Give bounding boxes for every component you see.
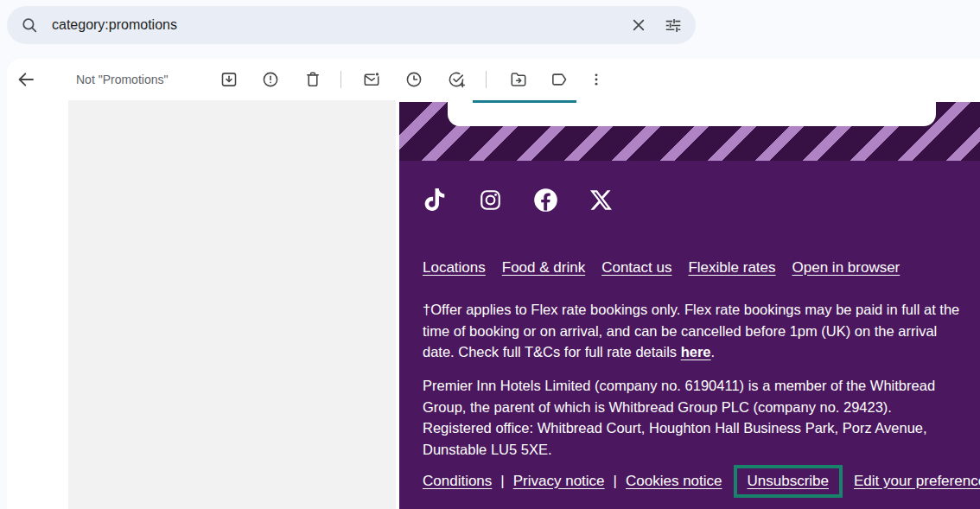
email-toolbar: Not "Promotions" [7,59,980,100]
flexible-rates-link[interactable]: Flexible rates [688,259,775,277]
back-button[interactable] [9,62,43,97]
offer-terms-suffix: . [711,344,716,359]
search-options-button[interactable] [656,8,690,42]
toolbar-title: Not "Promotions" [76,59,168,100]
edit-preferences-link[interactable]: Edit your preferences [854,473,980,490]
email-footer-links: Conditions | Privacy notice | Cookies no… [423,463,980,499]
trash-icon [303,70,322,89]
cta-button-underline [473,100,576,103]
delete-button[interactable] [296,62,330,97]
mark-unread-icon [362,70,381,89]
locations-link[interactable]: Locations [423,259,486,277]
unsubscribe-link[interactable]: Unsubscribe [748,473,830,490]
open-in-browser-link[interactable]: Open in browser [792,259,900,277]
search-button[interactable] [12,8,47,42]
search-icon [20,16,39,35]
report-spam-icon [261,70,280,89]
toolbar-divider [340,71,341,88]
social-links-row [422,187,614,213]
x-twitter-link[interactable] [588,187,614,213]
annotation-highlight-box: Unsubscribe [734,465,843,498]
report-spam-button[interactable] [253,62,288,97]
tiktok-link[interactable] [422,187,448,213]
email-body-card-bottom [448,100,936,126]
clock-icon [404,70,423,89]
close-icon [629,16,648,35]
contact-us-link[interactable]: Contact us [601,259,671,277]
add-to-tasks-button[interactable] [439,62,474,97]
snooze-button[interactable] [397,62,431,97]
email-list-pane [68,100,396,509]
offer-terms-paragraph: †Offer applies to Flex rate bookings onl… [423,299,962,363]
toolbar-divider [486,71,487,88]
vertical-ellipsis-icon [587,70,606,89]
conditions-link[interactable]: Conditions [423,473,492,490]
move-to-button[interactable] [501,62,536,97]
add-task-icon [447,70,466,89]
email-footer-section: Locations Food & drink Contact us Flexib… [399,161,980,509]
x-twitter-icon [590,189,612,211]
tiktok-icon [423,188,446,211]
facebook-icon [533,188,558,213]
cookies-notice-link[interactable]: Cookies notice [626,473,722,490]
search-bar[interactable]: category:promotions [7,6,696,44]
archive-button[interactable] [212,62,246,97]
more-options-button[interactable] [579,62,614,97]
archive-icon [220,70,239,89]
tune-sliders-icon [664,16,683,35]
move-to-folder-icon [509,70,528,89]
email-nav-links: Locations Food & drink Contact us Flexib… [423,259,900,277]
email-reading-pane: Locations Food & drink Contact us Flexib… [396,100,980,509]
mark-unread-button[interactable] [354,62,389,97]
clear-search-button[interactable] [621,8,656,42]
labels-button[interactable] [542,62,576,97]
here-link[interactable]: here [681,344,711,359]
main-content-card: Not "Promotions" [7,59,980,509]
back-arrow-icon [16,69,36,90]
food-drink-link[interactable]: Food & drink [502,259,585,277]
privacy-notice-link[interactable]: Privacy notice [513,473,605,490]
label-tag-icon [550,70,569,89]
instagram-icon [479,188,502,212]
gmail-window: { "search": { "query": "category:promoti… [0,0,980,509]
search-input[interactable]: category:promotions [52,17,621,33]
facebook-link[interactable] [532,187,558,213]
separator: | [500,473,504,490]
instagram-link[interactable] [477,187,503,213]
separator: | [614,473,617,490]
company-info-paragraph: Premier Inn Hotels Limited (company no. … [423,375,962,460]
